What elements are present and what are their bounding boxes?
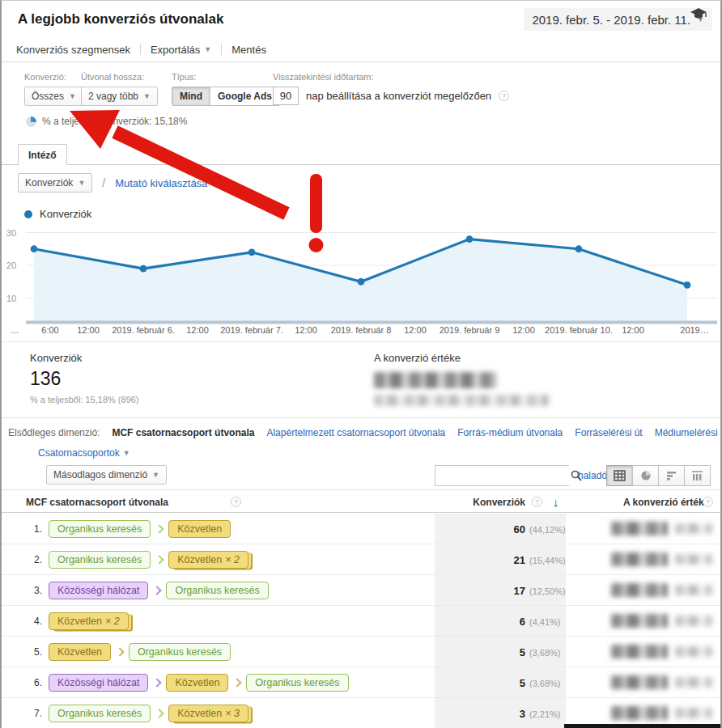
- redacted-value-block: [374, 395, 549, 406]
- dimension-link-1[interactable]: Alapértelmezett csatornacsoport útvonala: [266, 427, 445, 438]
- sort-descending-icon[interactable]: ↓: [553, 495, 559, 509]
- path-table-body: 60(44,12%)1.Organikus keresésKözvetlen21…: [2, 514, 720, 728]
- dimension-link-3[interactable]: Forráselérési út: [575, 427, 642, 438]
- value-cell: [611, 637, 712, 667]
- conversions-percent: (3,68%): [529, 679, 561, 688]
- primary-dimension-label: Elsődleges dimenzió:: [8, 427, 100, 438]
- x-axis-tick: 2019. február 6.: [112, 325, 175, 335]
- date-range-selector[interactable]: 2019. febr. 5. - 2019. febr. 11. ▼: [524, 8, 712, 31]
- conversions-cell: 5(3,68%): [435, 637, 566, 667]
- x-axis-tick: 12:00: [622, 325, 644, 335]
- column-header-value[interactable]: A konverzió értéke: [623, 497, 709, 508]
- dimension-link-4[interactable]: Médiumelérési út: [655, 427, 722, 438]
- conversions-cell: 3(2,21%): [435, 698, 566, 728]
- type-option-google-ads[interactable]: Google Ads: [210, 87, 279, 105]
- bar-view-icon[interactable]: [658, 465, 685, 486]
- channel-tag: Közösségi hálózat: [49, 674, 148, 692]
- channel-tag: Organikus keresés: [246, 674, 348, 692]
- help-icon[interactable]: ?: [703, 497, 713, 507]
- row-rank: 7.: [24, 708, 42, 719]
- education-cap-icon[interactable]: [690, 6, 707, 24]
- toolbar-item-2[interactable]: Exportálás▼: [141, 44, 221, 56]
- column-header-path[interactable]: MCF csatornacsoport útvonala: [26, 497, 168, 508]
- row-rank: 1.: [24, 523, 42, 535]
- advanced-filter-link[interactable]: haladó: [578, 470, 607, 481]
- stats-panel: Konverziók 136 % a teljesből: 15,18% (89…: [2, 341, 720, 418]
- table-row: 60(44,12%)1.Organikus keresésKözvetlen: [2, 514, 720, 544]
- channel-path: Organikus keresésKözvetlen× 3: [49, 698, 248, 728]
- type-option-all[interactable]: Mind: [172, 87, 210, 105]
- lookback-filter-label: Visszatekintési időtartam:: [273, 72, 374, 82]
- help-icon[interactable]: ?: [499, 91, 509, 101]
- channel-path: Organikus keresésKözvetlen: [49, 514, 231, 544]
- toolbar: Konverziós szegmensekExportálás▼Mentés: [2, 37, 720, 62]
- table-row: 5(3,68%)5.KözvetlenOrganikus keresés: [2, 637, 720, 667]
- conversions-count: 3: [435, 708, 525, 720]
- chevron-down-icon: ▼: [123, 449, 130, 457]
- x-axis-tick: 2019…: [680, 325, 708, 335]
- lookback-days-input[interactable]: [273, 87, 299, 105]
- channel-tag: Közvetlen× 3: [168, 705, 248, 722]
- table-header: MCF csatornacsoport útvonala ? Konverzió…: [2, 489, 720, 513]
- pivot-view-icon[interactable]: [684, 465, 711, 486]
- dimension-link-2[interactable]: Forrás-médium útvonala: [457, 427, 563, 438]
- conversions-percent: (4,41%): [529, 617, 561, 627]
- dimension-selected[interactable]: MCF csatornacsoport útvonala: [112, 427, 254, 438]
- metric-dropdown[interactable]: Konverziók ▼: [18, 173, 92, 193]
- channel-tag: Közösségi hálózat: [49, 582, 148, 599]
- conversions-stat-label: Konverziók: [30, 352, 139, 364]
- analytics-report-page: A legjobb konverziós útvonalak 2019. feb…: [0, 0, 722, 728]
- percent-of-total-text: % a teljesből, konverziók: 15,18%: [42, 116, 187, 127]
- conversion-dropdown[interactable]: Összes ▼: [24, 87, 83, 106]
- conversions-cell: 60(44,12%): [435, 514, 566, 544]
- channel-tag: Organikus keresés: [49, 551, 151, 569]
- pie-stat-icon: [26, 116, 36, 127]
- search-input[interactable]: [435, 466, 571, 485]
- dimension-link-label: Csatornacsoportok: [38, 447, 120, 459]
- redacted-value-block: [611, 706, 668, 720]
- table-row: 21(15,44%)2.Organikus keresésKözvetlen× …: [2, 544, 720, 575]
- conversions-count: 17: [435, 585, 525, 597]
- row-rank: 2.: [24, 554, 42, 565]
- table-row: 5(3,68%)6.Közösségi hálózatKözvetlenOrga…: [2, 667, 720, 698]
- channel-path: Organikus keresésKözvetlen× 2: [49, 544, 248, 574]
- help-icon[interactable]: ?: [532, 497, 542, 507]
- redacted-value-block: [611, 522, 668, 535]
- x-axis-tick: 12:00: [295, 325, 317, 335]
- table-row: 17(12,50%)3.Közösségi hálózatOrganikus k…: [2, 575, 720, 606]
- toolbar-item-3[interactable]: Mentés: [222, 44, 276, 56]
- toolbar-item-1[interactable]: Konverziós szegmensek: [16, 44, 140, 56]
- tab-explorer[interactable]: Intéző: [18, 144, 67, 165]
- metric-dropdown-value: Konverziók: [25, 177, 73, 188]
- x-axis-tick: 12:00: [512, 325, 535, 335]
- conversions-percent: (44,12%): [529, 525, 566, 535]
- chart-scrollbar[interactable]: [26, 321, 717, 324]
- secondary-dimension-label: Másodlagos dimenzió: [53, 469, 147, 480]
- row-rank: 5.: [24, 646, 42, 658]
- redacted-value-block: [675, 646, 712, 657]
- select-metric-link[interactable]: Mutató kiválasztása: [115, 177, 207, 189]
- x-axis-tick: 12:00: [77, 325, 100, 335]
- conversion-filter-label: Konverzió:: [24, 72, 66, 82]
- conversions-count: 5: [435, 646, 525, 658]
- conversions-stat-sub: % a teljesből: 15,18% (896): [30, 395, 139, 404]
- path-length-dropdown[interactable]: 2 vagy több ▼: [81, 87, 158, 106]
- pie-view-icon[interactable]: [632, 465, 659, 486]
- legend-dot-icon: [24, 210, 32, 218]
- column-header-conversions[interactable]: Konverziók: [435, 497, 525, 508]
- conversions-cell: 5(3,68%): [435, 667, 566, 697]
- secondary-dimension-dropdown[interactable]: Másodlagos dimenzió ▼: [46, 465, 167, 485]
- redacted-value-block: [675, 677, 712, 688]
- x-axis-tick: …: [11, 325, 19, 335]
- redacted-value-block: [611, 645, 668, 658]
- table-search-box: [435, 465, 569, 486]
- bottom-black-bar: [564, 724, 720, 728]
- table-view-icon[interactable]: [606, 465, 633, 486]
- redacted-value-block: [611, 675, 668, 689]
- conversions-count: 6: [435, 616, 525, 628]
- conversions-cell: 6(4,41%): [435, 606, 566, 636]
- conversion-dropdown-value: Összes: [32, 91, 64, 102]
- dimension-link-channel-groups[interactable]: Csatornacsoportok ▼: [38, 447, 130, 459]
- help-icon[interactable]: ?: [231, 497, 241, 507]
- x-axis-tick: 2019. február 8: [331, 325, 392, 335]
